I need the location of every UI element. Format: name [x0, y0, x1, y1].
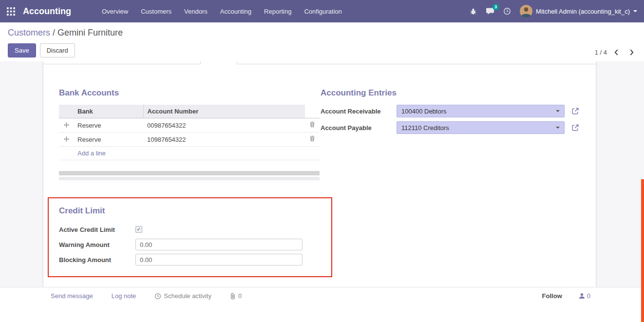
- checkmark-icon: ✓: [137, 227, 141, 232]
- attachments-count: 0: [238, 292, 242, 300]
- add-line-row: Add a line: [59, 147, 320, 160]
- save-button[interactable]: Save: [8, 43, 36, 57]
- external-link-icon[interactable]: [571, 124, 579, 132]
- follow-button[interactable]: Follow: [542, 292, 562, 300]
- pager-counter: 1 / 4: [595, 49, 607, 56]
- record-pager: 1 / 4: [595, 48, 637, 57]
- account-receivable-field-row: Account Receivable 100400 Debtors: [321, 105, 586, 117]
- delete-row-button[interactable]: [305, 133, 320, 147]
- navbar-right: 3 Mitchell Admin (accounting_kit_c): [470, 5, 637, 18]
- apps-menu-icon[interactable]: [7, 7, 15, 16]
- account-receivable-label: Account Receivable: [321, 108, 397, 115]
- accounting-entries-title: Accounting Entries: [321, 88, 586, 98]
- pager-previous-button[interactable]: [611, 48, 622, 57]
- spacer: [59, 147, 74, 160]
- main-menu: Overview Customers Vendors Accounting Re…: [96, 5, 347, 18]
- notebook-active-tab[interactable]: [200, 61, 237, 64]
- bank-cell[interactable]: Reserve: [74, 133, 143, 147]
- handle-column-header: [59, 105, 74, 118]
- bank-accounts-title: Bank Accounts: [59, 88, 320, 98]
- active-credit-limit-row: Active Credit Limit ✓: [59, 224, 331, 235]
- dropdown-caret-icon: [556, 127, 560, 131]
- warning-amount-row: Warning Amount: [59, 239, 331, 250]
- add-a-line-link[interactable]: Add a line: [77, 150, 106, 157]
- breadcrumb-customers[interactable]: Customers: [8, 28, 50, 38]
- person-icon: [579, 293, 585, 299]
- breadcrumb-separator: /: [50, 28, 57, 38]
- log-note-button[interactable]: Log note: [112, 292, 136, 300]
- bank-cell[interactable]: Reserve: [74, 118, 143, 133]
- messages-badge: 3: [492, 4, 499, 10]
- bank-accounts-table: Bank Account Number Reserve: [59, 105, 320, 160]
- nav-vendors[interactable]: Vendors: [179, 5, 213, 18]
- account-payable-label: Account Payable: [321, 124, 397, 132]
- send-message-button[interactable]: Send message: [51, 292, 93, 300]
- followers-button[interactable]: 0: [579, 292, 590, 300]
- chevron-left-icon: [614, 49, 619, 56]
- trash-icon: [309, 121, 315, 128]
- external-link-icon[interactable]: [571, 107, 579, 115]
- account-payable-select[interactable]: 112110 Creditors: [397, 121, 565, 134]
- blocking-amount-label: Blocking Amount: [59, 256, 135, 264]
- nav-configuration[interactable]: Configuration: [299, 5, 347, 18]
- user-menu-caret-icon: [633, 10, 637, 14]
- pager-next-button[interactable]: [626, 48, 637, 57]
- avatar: [520, 5, 532, 18]
- delete-row-button[interactable]: [305, 118, 320, 133]
- blocking-amount-input[interactable]: [135, 254, 303, 265]
- form-view: Bank Accounts Bank Account Number: [0, 61, 644, 304]
- horizontal-scrollbar[interactable]: [59, 171, 320, 175]
- warning-amount-input[interactable]: [135, 239, 303, 250]
- active-credit-limit-label: Active Credit Limit: [59, 226, 135, 233]
- account-number-cell[interactable]: 10987654322: [143, 133, 305, 147]
- clock-icon: [154, 293, 161, 300]
- app-brand[interactable]: Accounting: [23, 6, 71, 17]
- account-payable-value: 112110 Creditors: [401, 124, 449, 132]
- bank-account-row[interactable]: Reserve 10987654322: [59, 133, 320, 147]
- drag-handle-icon[interactable]: [59, 118, 74, 133]
- account-payable-field-row: Account Payable 112110 Creditors: [321, 121, 586, 134]
- nav-accounting[interactable]: Accounting: [215, 5, 257, 18]
- horizontal-scrollbar-track: [59, 177, 320, 180]
- control-panel-buttons: Save Discard: [8, 43, 636, 57]
- user-menu[interactable]: Mitchell Admin (accounting_kit_c): [520, 5, 637, 18]
- breadcrumb-current: Gemini Furniture: [57, 28, 123, 38]
- account-number-column-header[interactable]: Account Number: [143, 105, 305, 118]
- account-receivable-select[interactable]: 100400 Debtors: [397, 105, 565, 117]
- messages-icon[interactable]: 3: [486, 7, 494, 15]
- bank-accounts-group: Bank Accounts Bank Account Number: [59, 88, 320, 180]
- bank-table-header-row: Bank Account Number: [59, 105, 320, 118]
- account-receivable-value: 100400 Debtors: [401, 108, 447, 115]
- form-sheet: Bank Accounts Bank Account Number: [43, 61, 596, 294]
- followers-count: 0: [587, 292, 590, 300]
- chevron-right-icon: [629, 49, 634, 56]
- bank-account-row[interactable]: Reserve 00987654322: [59, 118, 320, 133]
- discard-button[interactable]: Discard: [40, 43, 75, 57]
- credit-limit-highlight-box: Credit Limit Active Credit Limit ✓ Warni…: [48, 197, 332, 277]
- top-navbar: Accounting Overview Customers Vendors Ac…: [0, 0, 644, 22]
- control-panel: Customers / Gemini Furniture Save Discar…: [0, 22, 644, 61]
- bug-icon[interactable]: [470, 8, 477, 15]
- paperclip-icon: [230, 293, 236, 300]
- nav-reporting[interactable]: Reporting: [259, 5, 297, 18]
- attachments-button[interactable]: 0: [230, 292, 242, 300]
- nav-overview[interactable]: Overview: [96, 5, 133, 18]
- schedule-activity-button[interactable]: Schedule activity: [154, 292, 211, 300]
- account-number-cell[interactable]: 00987654322: [143, 118, 305, 133]
- drag-handle-icon[interactable]: [59, 133, 74, 147]
- bank-column-header[interactable]: Bank: [74, 105, 143, 118]
- blocking-amount-row: Blocking Amount: [59, 254, 331, 265]
- schedule-activity-label: Schedule activity: [164, 292, 211, 300]
- dropdown-caret-icon: [556, 110, 560, 114]
- credit-limit-title: Credit Limit: [59, 206, 331, 216]
- vertical-scrollbar-thumb[interactable]: [641, 179, 644, 322]
- trash-icon: [309, 135, 315, 142]
- activities-clock-icon[interactable]: [503, 7, 511, 15]
- delete-column-header: [305, 105, 320, 118]
- notebook-tabs-divider: [43, 64, 596, 64]
- active-credit-limit-checkbox[interactable]: ✓: [135, 226, 142, 233]
- breadcrumb: Customers / Gemini Furniture: [8, 28, 636, 38]
- accounting-entries-group: Accounting Entries Account Receivable 10…: [321, 88, 586, 138]
- nav-customers[interactable]: Customers: [135, 5, 177, 18]
- chatter-bar: Send message Log note Schedule activity …: [0, 287, 644, 304]
